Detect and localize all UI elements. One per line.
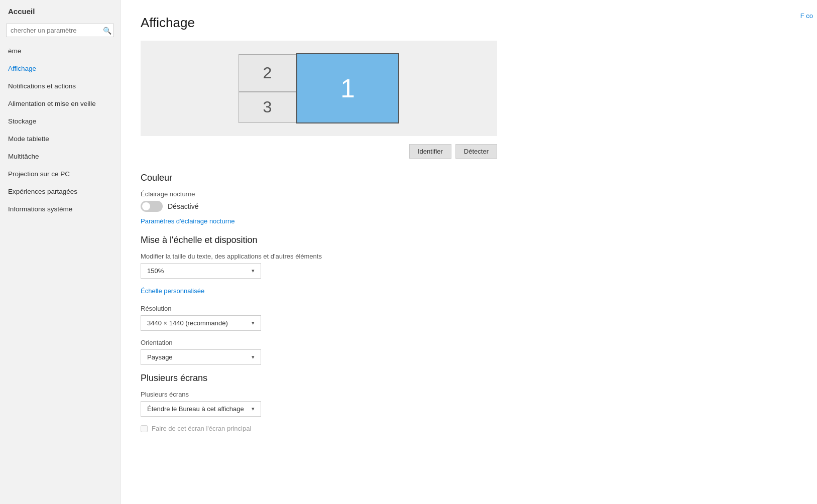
search-icon-button[interactable]: 🔍 xyxy=(99,25,115,37)
parametres-eclairage-link[interactable]: Paramètres d'éclairage nocturne xyxy=(141,217,235,225)
sidebar-item-projection[interactable]: Projection sur ce PC xyxy=(0,165,120,183)
plusieurs-ecrans-chevron-icon: ▾ xyxy=(252,406,255,412)
screen-1[interactable]: 1 xyxy=(296,53,399,123)
monitor-screens: 2 3 1 xyxy=(239,53,399,123)
sidebar-item-affichage[interactable]: Affichage xyxy=(0,60,120,77)
resolution-dropdown-wrapper: 3440 × 1440 (recommandé) ▾ xyxy=(141,315,797,331)
sidebar-item-experiences[interactable]: Expériences partagées xyxy=(0,183,120,200)
sidebar-item-multitache[interactable]: Multitâche xyxy=(0,148,120,165)
scale-label: Modifier la taille du texte, des applica… xyxy=(141,253,797,260)
toggle-state-label: Désactivé xyxy=(168,202,198,210)
sidebar-item-stockage[interactable]: Stockage xyxy=(0,112,120,130)
orientation-value: Paysage xyxy=(147,353,173,361)
scale-value: 150% xyxy=(147,267,164,275)
sidebar-item-mode-tablette[interactable]: Mode tablette xyxy=(0,130,120,148)
couleur-title: Couleur xyxy=(141,173,797,183)
scale-chevron-icon: ▾ xyxy=(252,268,255,274)
resolution-value: 3440 × 1440 (recommandé) xyxy=(147,319,228,327)
sidebar-item-alimentation[interactable]: Alimentation et mise en veille xyxy=(0,95,120,112)
search-box: 🔍 xyxy=(6,24,114,37)
resolution-chevron-icon: ▾ xyxy=(252,320,255,326)
plusieurs-ecrans-value: Étendre le Bureau à cet affichage xyxy=(147,405,244,413)
plusieurs-ecrans-dropdown[interactable]: Étendre le Bureau à cet affichage ▾ xyxy=(141,401,261,417)
orientation-label: Orientation xyxy=(141,339,797,346)
sidebar-item-notifications[interactable]: Notifications et actions xyxy=(0,77,120,95)
sidebar: Accueil 🔍 èmeAffichageNotifications et a… xyxy=(0,0,121,504)
orientation-chevron-icon: ▾ xyxy=(252,354,255,360)
main-content: Affichage 2 3 1 Identifier Détecter Coul… xyxy=(121,0,817,504)
ecran-principal-row: Faire de cet écran l'écran principal xyxy=(141,425,797,432)
screen-3[interactable]: 3 xyxy=(239,92,296,123)
detect-button[interactable]: Détecter xyxy=(455,144,497,159)
sidebar-item-systeme[interactable]: ème xyxy=(0,42,120,60)
search-input[interactable] xyxy=(7,24,99,37)
echelle-personnalisee-link[interactable]: Échelle personnalisée xyxy=(141,287,204,295)
resolution-label: Résolution xyxy=(141,305,797,312)
eclairage-toggle[interactable] xyxy=(141,201,163,212)
plusieurs-ecrans-dropdown-wrapper: Étendre le Bureau à cet affichage ▾ xyxy=(141,401,797,417)
disposition-title: Mise à l'échelle et disposition xyxy=(141,235,797,245)
identify-row: Identifier Détecter xyxy=(141,144,497,159)
sidebar-item-informations[interactable]: Informations système xyxy=(0,200,120,218)
nav-list: èmeAffichageNotifications et actionsAlim… xyxy=(0,42,120,218)
page-title: Affichage xyxy=(141,15,797,31)
screen-2[interactable]: 2 xyxy=(239,54,296,92)
scale-dropdown[interactable]: 150% ▾ xyxy=(141,263,261,279)
screen-group-left: 2 3 xyxy=(239,54,296,123)
sidebar-accueil[interactable]: Accueil xyxy=(0,0,120,21)
eclairage-label: Éclairage nocturne xyxy=(141,190,797,198)
monitor-diagram: 2 3 1 xyxy=(141,41,497,136)
scale-dropdown-wrapper: 150% ▾ xyxy=(141,263,797,279)
plusieurs-ecrans-label: Plusieurs écrans xyxy=(141,391,797,398)
ecran-principal-label: Faire de cet écran l'écran principal xyxy=(152,425,251,432)
ecran-principal-checkbox[interactable] xyxy=(141,425,148,432)
resolution-dropdown[interactable]: 3440 × 1440 (recommandé) ▾ xyxy=(141,315,261,331)
identify-button[interactable]: Identifier xyxy=(409,144,451,159)
top-right-hint: F co xyxy=(796,10,817,22)
orientation-dropdown[interactable]: Paysage ▾ xyxy=(141,349,261,365)
orientation-dropdown-wrapper: Paysage ▾ xyxy=(141,349,797,365)
plusieurs-ecrans-title: Plusieurs écrans xyxy=(141,373,797,384)
toggle-knob xyxy=(142,202,150,210)
toggle-row: Désactivé xyxy=(141,201,797,212)
